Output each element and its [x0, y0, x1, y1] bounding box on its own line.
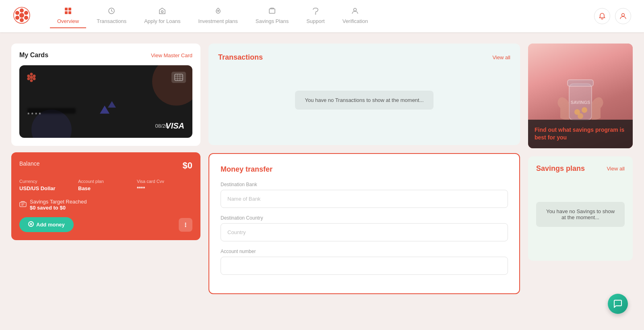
savings-plans-header: Savings plans View all [536, 164, 625, 173]
nav-overview[interactable]: Overview [50, 4, 86, 28]
svg-rect-28 [175, 74, 183, 81]
savings-plans-icon [268, 7, 276, 17]
savings-empty-container: You have no Savings to show at the momen… [536, 181, 625, 253]
card-chip [171, 72, 186, 83]
add-money-label: Add money [36, 222, 65, 228]
nav-apply-loans-label: Apply for Loans [144, 18, 180, 24]
nav-transactions-label: Transactions [97, 18, 126, 24]
svg-point-20 [622, 14, 625, 17]
svg-rect-17 [269, 9, 275, 13]
currency-value: USD/US Dollar [19, 185, 75, 191]
nav-support-label: Support [306, 18, 325, 24]
destination-country-input[interactable] [221, 223, 508, 241]
money-transfer-section: Money transfer Destination Bank Destinat… [208, 153, 520, 294]
add-money-button[interactable]: Add money [19, 217, 74, 232]
svg-point-25 [27, 77, 30, 80]
currency-detail: Currency USD/US Dollar [19, 179, 75, 191]
svg-point-3 [24, 16, 28, 20]
svg-point-1 [20, 8, 24, 12]
svg-rect-33 [20, 202, 26, 207]
transactions-section: Transactions View all You have no Transa… [208, 44, 520, 145]
nav-investment-label: Investment plans [198, 18, 237, 24]
balance-header: Balance $0 [19, 160, 192, 171]
svg-point-4 [20, 18, 24, 22]
nav-investment[interactable]: Investment plans [191, 4, 245, 28]
svg-rect-8 [65, 8, 68, 10]
transactions-empty-state: You have no Transactions to show at the … [295, 91, 433, 110]
my-cards-section: My Cards View Master Card [11, 44, 200, 146]
right-column: SAVINGS Find out what savings program is… [528, 44, 633, 294]
destination-country-label: Destination Country [221, 215, 508, 221]
svg-point-41 [185, 226, 186, 227]
svg-point-47 [578, 113, 583, 119]
investment-icon [215, 7, 222, 17]
svg-point-5 [15, 16, 19, 20]
credit-card: **** 08/26 VISA [19, 65, 192, 138]
savings-plans-view-all[interactable]: View all [607, 166, 625, 172]
app-header: Overview Transactions Apply for Loans In… [0, 0, 644, 32]
card-number: **** [27, 111, 43, 118]
nav-verification-label: Verification [343, 18, 368, 24]
savings-target-label: Savings Target Reached [30, 199, 87, 205]
view-master-card-link[interactable]: View Master Card [151, 52, 192, 58]
visa-cvv-value: **** [137, 185, 192, 191]
balance-amount: $0 [183, 160, 192, 171]
svg-point-27 [30, 76, 33, 79]
nav-savings-plans[interactable]: Savings Plans [248, 4, 296, 28]
account-plan-value: Base [78, 185, 134, 191]
transactions-title: Transactions [218, 53, 263, 62]
svg-point-21 [30, 73, 33, 76]
main-content: My Cards View Master Card [0, 32, 644, 302]
savings-promo-text: Find out what savings program is best fo… [535, 126, 626, 142]
svg-point-26 [27, 75, 30, 77]
mid-column: Transactions View all You have no Transa… [208, 44, 520, 294]
chat-button[interactable] [608, 294, 628, 314]
balance-actions: Add money [19, 217, 192, 232]
savings-plans-title: Savings plans [536, 164, 585, 173]
loans-icon [159, 7, 166, 17]
nav-transactions[interactable]: Transactions [89, 4, 134, 28]
main-nav: Overview Transactions Apply for Loans In… [50, 4, 594, 28]
svg-point-23 [33, 77, 36, 80]
nav-apply-loans[interactable]: Apply for Loans [137, 4, 188, 28]
notification-button[interactable] [594, 8, 610, 24]
svg-text:SAVINGS: SAVINGS [571, 100, 590, 105]
svg-point-14 [161, 11, 163, 13]
add-money-icon [28, 221, 34, 228]
nav-support[interactable]: Support [299, 4, 332, 28]
nav-verification[interactable]: Verification [335, 4, 376, 28]
destination-bank-label: Destination Bank [221, 182, 508, 187]
visa-cvv-detail: Visa card Cvv **** [137, 179, 192, 191]
svg-point-22 [33, 75, 36, 77]
savings-amount-value: $0 saved to $0 [30, 205, 87, 211]
transactions-empty-container: You have no Transactions to show at the … [218, 70, 510, 135]
support-icon [312, 7, 319, 17]
savings-info: Savings Target Reached $0 saved to $0 [30, 199, 87, 211]
transactions-view-all[interactable]: View all [492, 54, 510, 60]
svg-point-24 [30, 79, 33, 82]
destination-bank-input[interactable] [221, 190, 508, 208]
logo [13, 6, 50, 26]
header-actions [594, 8, 631, 24]
savings-plans-section: Savings plans View all You have no Savin… [528, 156, 633, 261]
more-options-button[interactable] [179, 218, 192, 232]
savings-row: Savings Target Reached $0 saved to $0 [19, 199, 192, 211]
savings-target-icon [19, 201, 27, 209]
savings-empty-state: You have no Savings to show at the momen… [536, 202, 625, 227]
profile-button[interactable] [615, 8, 631, 24]
svg-point-19 [354, 8, 357, 11]
balance-label: Balance [19, 160, 40, 167]
svg-point-7 [19, 13, 24, 18]
transactions-header: Transactions View all [218, 53, 510, 62]
svg-rect-10 [65, 11, 68, 14]
account-number-input[interactable] [221, 257, 508, 275]
svg-point-39 [185, 222, 186, 224]
card-brand: VISA [165, 121, 184, 131]
account-plan-detail: Account plan Base [78, 179, 134, 191]
balance-details: Currency USD/US Dollar Account plan Base… [19, 179, 192, 191]
overview-icon [64, 7, 72, 17]
savings-promo-banner[interactable]: SAVINGS Find out what savings program is… [528, 44, 633, 148]
verification-icon [351, 7, 359, 17]
account-number-label: Account number [221, 249, 508, 254]
nav-savings-plans-label: Savings Plans [256, 18, 289, 24]
